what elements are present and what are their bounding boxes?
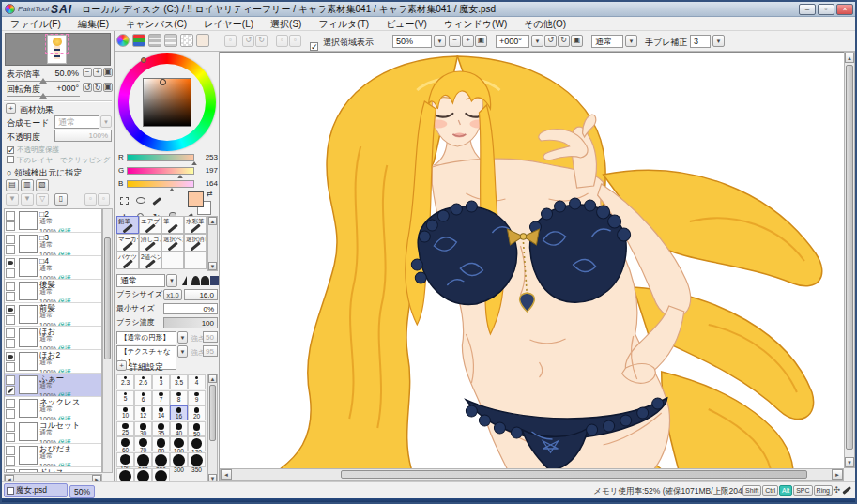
selection-convert-button[interactable]: ▫ xyxy=(224,35,237,47)
brush-edge-hard-icon[interactable] xyxy=(182,276,187,285)
brush-size-preset-2.6[interactable]: 2.6 xyxy=(134,374,152,389)
brush-size-preset-2.3[interactable]: 2.3 xyxy=(116,374,134,389)
brush-size-preset-6[interactable]: 6 xyxy=(134,390,152,405)
nav-zoom-out-button[interactable]: − xyxy=(83,68,92,77)
brush-edge-round-icon[interactable] xyxy=(201,276,209,285)
layer-row-10[interactable]: おびだま通常100%保護 xyxy=(5,444,101,467)
stabilizer-field[interactable]: 3 xyxy=(690,35,711,48)
canvas-scroll-down-button[interactable]: ▼ xyxy=(845,457,854,467)
brush-size-preset-350[interactable]: 350 xyxy=(188,452,206,467)
brush-size-preset-70[interactable]: 70 xyxy=(134,436,152,451)
magic-wand-tool[interactable] xyxy=(149,193,163,207)
angle-reset-button[interactable]: ▣ xyxy=(571,35,583,47)
selection-visible-checkbox[interactable]: ✓ xyxy=(310,36,321,53)
stabilizer-dropdown-button[interactable]: ▼ xyxy=(712,35,725,47)
brush-size-bar[interactable]: 16.0 xyxy=(184,289,218,300)
rotate-cw-button[interactable]: ↻ xyxy=(558,35,570,47)
layer-extra-button-2[interactable]: ▫ xyxy=(98,193,110,206)
brush-tool-0[interactable]: 鉛筆 xyxy=(116,216,139,234)
preset-scroll-up-button[interactable]: ▲ xyxy=(208,374,217,383)
nav-zoom-slider-handle[interactable] xyxy=(39,78,47,84)
zoom-out-button[interactable]: − xyxy=(449,35,461,47)
brush-size-preset-20[interactable]: 20 xyxy=(188,405,206,420)
preset-scrollbar[interactable]: ▲ ▼ xyxy=(207,374,218,483)
texture-strength-value[interactable]: 95 xyxy=(203,345,218,357)
canvas-scroll-right-button[interactable]: ► xyxy=(832,469,843,480)
layer-row-6[interactable]: ほお2通常100%保護 xyxy=(5,350,101,374)
layer-visibility-checkbox[interactable] xyxy=(6,446,15,455)
blend-mode-dropdown-icon[interactable]: ▼ xyxy=(100,115,112,128)
brush-blend-dropdown-icon[interactable]: ▼ xyxy=(166,274,177,287)
brush-blend-select[interactable]: 通常 xyxy=(116,274,165,287)
blend-mode-select[interactable]: 通常 xyxy=(54,115,99,129)
nav-rotate-cw-button[interactable]: ↻ xyxy=(93,83,102,92)
layer-edit-checkbox[interactable] xyxy=(6,456,15,466)
layer-list-scrollbar-thumb[interactable] xyxy=(104,237,111,359)
document-tab[interactable]: 魔女.psd xyxy=(4,483,68,497)
brush-grid-scrollbar[interactable]: ▲ ▼ xyxy=(207,216,218,271)
mixer-toggle-icon[interactable] xyxy=(164,34,177,47)
nav-zoom-reset-button[interactable]: ▣ xyxy=(103,68,113,77)
blue-slider-handle[interactable] xyxy=(169,188,175,191)
nav-angle-reset-button[interactable]: ▣ xyxy=(103,83,113,92)
brush-tool-5[interactable]: 消しゴム xyxy=(139,234,161,252)
material-effect-expand-button[interactable]: + xyxy=(6,103,16,114)
layer-list-scrollbar[interactable] xyxy=(102,208,113,473)
brush-size-preset-16[interactable]: 16 xyxy=(170,405,188,420)
hue-cursor[interactable] xyxy=(141,57,146,63)
layer-edit-checkbox[interactable] xyxy=(6,362,15,372)
canvas-hscrollbar[interactable]: ◄ ► xyxy=(220,468,844,481)
layer-visibility-checkbox[interactable] xyxy=(6,422,15,432)
layer-visibility-checkbox[interactable] xyxy=(6,399,15,408)
canvas-scroll-left-button[interactable]: ◄ xyxy=(221,469,232,480)
deselect-button[interactable]: ▫ xyxy=(276,35,288,47)
sv-cursor[interactable] xyxy=(160,79,166,85)
green-slider[interactable] xyxy=(127,167,194,175)
canvas-vscrollbar-thumb[interactable] xyxy=(846,65,853,450)
menu-item-3[interactable]: レイヤー(L) xyxy=(195,18,262,31)
layer-edit-checkbox[interactable] xyxy=(6,292,15,301)
new-vector-layer-button[interactable]: ▥ xyxy=(21,179,34,191)
layer-visibility-checkbox[interactable] xyxy=(6,282,15,291)
brush-tool-4[interactable]: マーカー xyxy=(116,234,139,252)
brush-size-preset-100[interactable]: 100 xyxy=(170,436,188,451)
brush-texture-dropdown-icon[interactable]: ▼ xyxy=(177,345,188,358)
brush-size-preset-4[interactable]: 4 xyxy=(188,374,206,389)
merge-down-button[interactable]: ▼ xyxy=(21,193,34,206)
redo-button[interactable]: ↻ xyxy=(255,35,268,47)
undo-button[interactable]: ↺ xyxy=(242,35,254,47)
brush-size-preset-3.5[interactable]: 3.5 xyxy=(170,374,188,389)
menu-item-2[interactable]: キャンバス(C) xyxy=(117,18,195,31)
brush-shape-select[interactable]: 【通常の円形】 xyxy=(116,331,176,344)
view-zoom-field[interactable]: 50% xyxy=(392,35,432,48)
angle-dropdown-button[interactable]: ▼ xyxy=(531,35,543,47)
layer-visibility-checkbox[interactable] xyxy=(6,352,15,361)
rect-select-tool[interactable] xyxy=(117,193,131,207)
nav-zoom-in-button[interactable]: + xyxy=(93,68,102,77)
layer-visibility-checkbox[interactable] xyxy=(6,305,15,314)
selection-source-option[interactable]: ○ 領域検出元に指定 xyxy=(7,167,82,179)
layer-visibility-checkbox[interactable] xyxy=(6,211,15,221)
rotate-ccw-button[interactable]: ↺ xyxy=(544,35,557,47)
canvas-vscrollbar[interactable]: ▲ ▼ xyxy=(844,52,855,468)
brush-size-preset-9[interactable]: 9 xyxy=(188,390,206,405)
menu-item-8[interactable]: その他(O) xyxy=(515,18,574,31)
menu-item-6[interactable]: ビュー(V) xyxy=(377,18,436,31)
brush-tool-9[interactable]: 2値ペン xyxy=(139,252,161,269)
minimize-button[interactable]: – xyxy=(799,4,816,15)
delete-layer-button[interactable]: ▯ xyxy=(54,193,68,206)
menu-item-5[interactable]: フィルタ(T) xyxy=(310,18,377,31)
brush-scroll-down-button[interactable]: ▼ xyxy=(208,262,217,270)
transfer-down-button[interactable]: ▼ xyxy=(6,193,19,206)
layer-edit-checkbox[interactable] xyxy=(6,315,15,325)
menu-item-7[interactable]: ウィンドウ(W) xyxy=(436,18,515,31)
layer-extra-button-1[interactable]: ▫ xyxy=(84,193,97,206)
new-layer-set-button[interactable]: ▧ xyxy=(36,179,49,191)
color-wheel-toggle-icon[interactable] xyxy=(116,34,130,47)
brush-shape-dropdown-icon[interactable]: ▼ xyxy=(177,331,188,344)
layer-row-5[interactable]: ほお通常100%保護 xyxy=(5,327,101,350)
shape-strength-value[interactable]: 50 xyxy=(203,331,218,343)
brush-scroll-up-button[interactable]: ▲ xyxy=(208,217,217,225)
layer-row-7[interactable]: ふぁー通常100%保護 xyxy=(5,374,101,397)
brush-size-preset-3[interactable]: 3 xyxy=(152,374,170,389)
